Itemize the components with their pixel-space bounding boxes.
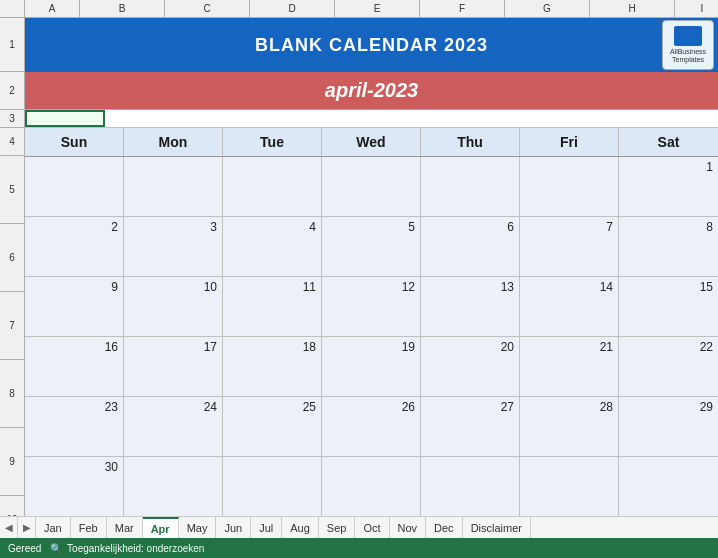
row-num-5: 5 bbox=[0, 156, 24, 224]
row-num-1: 1 bbox=[0, 18, 24, 72]
day-cell: 18 bbox=[223, 337, 322, 396]
day-number: 9 bbox=[111, 280, 118, 294]
day-header-sat: Sat bbox=[619, 128, 718, 156]
logo-box: AllBusinessTemplates bbox=[662, 20, 714, 70]
tab-feb[interactable]: Feb bbox=[71, 517, 107, 538]
tab-nav-right[interactable]: ▶ bbox=[18, 517, 36, 538]
day-cell: 22 bbox=[619, 337, 718, 396]
day-cell: 15 bbox=[619, 277, 718, 336]
day-cell: 7 bbox=[520, 217, 619, 276]
week-row-1: 1 bbox=[25, 157, 718, 217]
day-cell bbox=[124, 157, 223, 216]
day-cell bbox=[223, 157, 322, 216]
row-num-10: 10 bbox=[0, 496, 24, 516]
day-cell: 3 bbox=[124, 217, 223, 276]
day-cell: 16 bbox=[25, 337, 124, 396]
tab-aug[interactable]: Aug bbox=[282, 517, 319, 538]
sheet-body: 12345678910 BLANK CALENDAR 2023 AllBusin… bbox=[0, 18, 718, 516]
corner-cell bbox=[0, 0, 25, 17]
day-cell bbox=[421, 457, 520, 516]
day-cell: 13 bbox=[421, 277, 520, 336]
weeks-area: 1234567891011121314151617181920212223242… bbox=[25, 157, 718, 516]
spreadsheet: ABCDEFGHIJ 12345678910 BLANK CALENDAR 20… bbox=[0, 0, 718, 558]
row-num-8: 8 bbox=[0, 360, 24, 428]
day-number: 10 bbox=[204, 280, 217, 294]
day-cell: 27 bbox=[421, 397, 520, 456]
col-header-G: G bbox=[505, 0, 590, 17]
row-num-3: 3 bbox=[0, 110, 24, 128]
day-cell: 26 bbox=[322, 397, 421, 456]
row-num-4: 4 bbox=[0, 128, 24, 156]
day-cell: 19 bbox=[322, 337, 421, 396]
row-num-9: 9 bbox=[0, 428, 24, 496]
tab-apr[interactable]: Apr bbox=[143, 517, 179, 538]
day-cell: 8 bbox=[619, 217, 718, 276]
day-number: 22 bbox=[700, 340, 713, 354]
month-header-row: april-2023 bbox=[25, 72, 718, 110]
day-number: 27 bbox=[501, 400, 514, 414]
col-header-I: I bbox=[675, 0, 718, 17]
tab-oct[interactable]: Oct bbox=[355, 517, 389, 538]
tab-nav-left[interactable]: ◀ bbox=[0, 517, 18, 538]
row-numbers: 12345678910 bbox=[0, 18, 25, 516]
empty-row bbox=[25, 110, 718, 128]
day-number: 3 bbox=[210, 220, 217, 234]
status-text: Gereed 🔍 Toegankelijkheid: onderzoeken bbox=[8, 543, 204, 554]
selected-cell[interactable] bbox=[25, 110, 105, 127]
day-cell: 2 bbox=[25, 217, 124, 276]
day-number: 23 bbox=[105, 400, 118, 414]
day-cell: 30 bbox=[25, 457, 124, 516]
day-number: 15 bbox=[700, 280, 713, 294]
day-cell: 29 bbox=[619, 397, 718, 456]
tab-may[interactable]: May bbox=[179, 517, 217, 538]
column-header-row: ABCDEFGHIJ bbox=[0, 0, 718, 18]
tab-jun[interactable]: Jun bbox=[216, 517, 251, 538]
day-cell: 11 bbox=[223, 277, 322, 336]
day-number: 20 bbox=[501, 340, 514, 354]
logo-screen-icon bbox=[674, 26, 702, 46]
day-header-mon: Mon bbox=[124, 128, 223, 156]
col-header-A: A bbox=[25, 0, 80, 17]
day-cell bbox=[520, 457, 619, 516]
month-label: april-2023 bbox=[325, 79, 418, 102]
day-cell: 4 bbox=[223, 217, 322, 276]
tab-jan[interactable]: Jan bbox=[36, 517, 71, 538]
col-header-D: D bbox=[250, 0, 335, 17]
tab-sep[interactable]: Sep bbox=[319, 517, 356, 538]
col-header-C: C bbox=[165, 0, 250, 17]
day-cell: 14 bbox=[520, 277, 619, 336]
logo-text: AllBusinessTemplates bbox=[670, 48, 706, 65]
week-row-4: 16171819202122 bbox=[25, 337, 718, 397]
col-header-H: H bbox=[590, 0, 675, 17]
day-cell: 25 bbox=[223, 397, 322, 456]
calendar-area: BLANK CALENDAR 2023 AllBusinessTemplates… bbox=[25, 18, 718, 516]
day-number: 26 bbox=[402, 400, 415, 414]
day-cell: 24 bbox=[124, 397, 223, 456]
day-number: 19 bbox=[402, 340, 415, 354]
tab-mar[interactable]: Mar bbox=[107, 517, 143, 538]
day-header-fri: Fri bbox=[520, 128, 619, 156]
day-cell bbox=[421, 157, 520, 216]
calendar-title: BLANK CALENDAR 2023 bbox=[255, 35, 488, 56]
day-cell: 1 bbox=[619, 157, 718, 216]
tab-dec[interactable]: Dec bbox=[426, 517, 463, 538]
day-number: 2 bbox=[111, 220, 118, 234]
day-header-wed: Wed bbox=[322, 128, 421, 156]
day-cell bbox=[322, 157, 421, 216]
row-num-7: 7 bbox=[0, 292, 24, 360]
day-cell: 10 bbox=[124, 277, 223, 336]
day-number: 29 bbox=[700, 400, 713, 414]
day-cell: 5 bbox=[322, 217, 421, 276]
row-num-6: 6 bbox=[0, 224, 24, 292]
day-header-thu: Thu bbox=[421, 128, 520, 156]
day-number: 1 bbox=[706, 160, 713, 174]
week-row-5: 23242526272829 bbox=[25, 397, 718, 457]
day-number: 30 bbox=[105, 460, 118, 474]
week-row-2: 2345678 bbox=[25, 217, 718, 277]
day-number: 11 bbox=[303, 280, 316, 294]
tab-nov[interactable]: Nov bbox=[390, 517, 427, 538]
day-number: 28 bbox=[600, 400, 613, 414]
tab-bar: ◀ ▶ JanFebMarAprMayJunJulAugSepOctNovDec… bbox=[0, 516, 718, 538]
tab-disclaimer[interactable]: Disclaimer bbox=[463, 517, 531, 538]
tab-jul[interactable]: Jul bbox=[251, 517, 282, 538]
